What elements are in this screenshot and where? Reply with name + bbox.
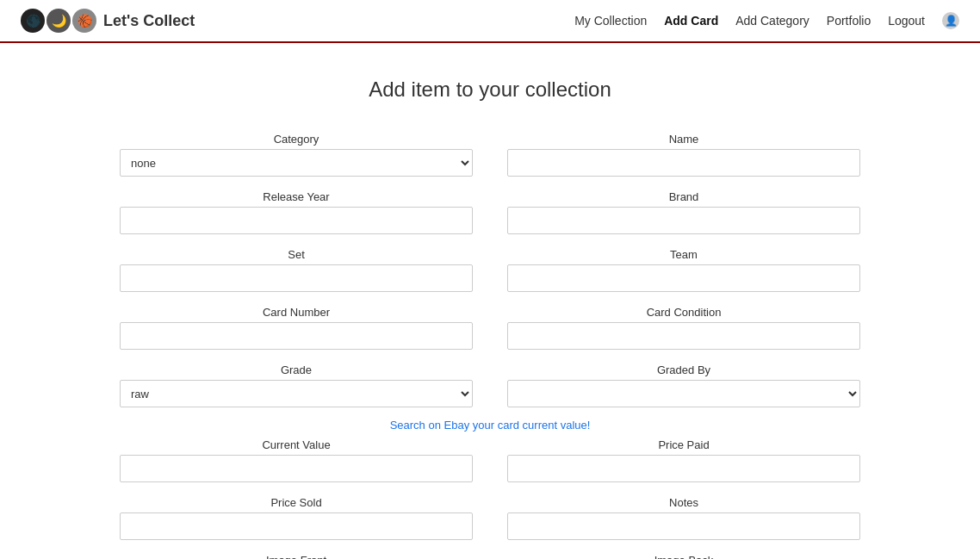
page-title: Add item to your collection	[120, 78, 860, 102]
add-card-form: Category none Name Release Year Brand Se…	[120, 133, 860, 559]
release-year-field: Release Year	[120, 190, 473, 234]
brand-input[interactable]	[507, 207, 860, 234]
navbar: 🌑 🌙 🏀 Let's Collect My Collection Add Ca…	[0, 0, 980, 43]
team-input[interactable]	[507, 264, 860, 292]
logo-icon-1: 🌑	[21, 9, 45, 33]
release-year-label: Release Year	[120, 190, 473, 203]
set-label: Set	[120, 248, 473, 261]
card-number-field: Card Number	[120, 306, 473, 350]
set-field: Set	[120, 248, 473, 292]
ebay-link-row: Search on Ebay your card current value!	[120, 418, 860, 432]
image-front-label: Image Front	[120, 554, 473, 559]
name-input[interactable]	[507, 149, 860, 177]
name-field: Name	[507, 133, 860, 177]
grade-select[interactable]: raw graded	[120, 380, 473, 407]
price-sold-field: Price Sold	[120, 496, 473, 540]
ebay-link[interactable]: Search on Ebay your card current value!	[390, 419, 591, 432]
set-input[interactable]	[120, 264, 473, 292]
notes-input[interactable]	[507, 512, 860, 540]
logo-icon-3: 🏀	[72, 9, 96, 33]
card-condition-label: Card Condition	[507, 306, 860, 319]
category-field: Category none	[120, 133, 473, 177]
graded-by-field: Graded By	[507, 363, 860, 407]
notes-field: Notes	[507, 496, 860, 540]
price-sold-label: Price Sold	[120, 496, 473, 509]
nav-add-card[interactable]: Add Card	[664, 14, 718, 28]
brand-name: Let's Collect	[103, 12, 195, 30]
price-paid-input[interactable]	[507, 455, 860, 482]
image-back-field: Image Back	[507, 554, 860, 559]
price-paid-label: Price Paid	[507, 438, 860, 451]
card-condition-field: Card Condition	[507, 306, 860, 350]
brand-label: Brand	[507, 190, 860, 203]
logo-icon-2: 🌙	[47, 9, 71, 33]
price-paid-field: Price Paid	[507, 438, 860, 482]
category-select[interactable]: none	[120, 149, 473, 177]
main-content: Add item to your collection Category non…	[102, 43, 878, 559]
user-icon[interactable]: 👤	[942, 12, 959, 29]
nav-my-collection[interactable]: My Collection	[574, 14, 647, 28]
graded-by-label: Graded By	[507, 363, 860, 376]
card-number-label: Card Number	[120, 306, 473, 319]
current-value-input[interactable]	[120, 455, 473, 482]
release-year-input[interactable]	[120, 207, 473, 234]
grade-field: Grade raw graded	[120, 363, 473, 407]
price-sold-input[interactable]	[120, 512, 473, 540]
nav-links: My Collection Add Card Add Category Port…	[574, 12, 959, 29]
current-value-field: Current Value	[120, 438, 473, 482]
nav-portfolio[interactable]: Portfolio	[827, 14, 871, 28]
card-condition-input[interactable]	[507, 322, 860, 350]
notes-label: Notes	[507, 496, 860, 509]
brand: 🌑 🌙 🏀 Let's Collect	[21, 9, 195, 33]
current-value-label: Current Value	[120, 438, 473, 451]
card-number-input[interactable]	[120, 322, 473, 350]
grade-label: Grade	[120, 363, 473, 376]
nav-logout[interactable]: Logout	[888, 14, 925, 28]
team-field: Team	[507, 248, 860, 292]
image-front-field: Image Front	[120, 554, 473, 559]
name-label: Name	[507, 133, 860, 146]
graded-by-select[interactable]	[507, 380, 860, 407]
image-back-label: Image Back	[507, 554, 860, 559]
category-label: Category	[120, 133, 473, 146]
team-label: Team	[507, 248, 860, 261]
logo-icons: 🌑 🌙 🏀	[21, 9, 96, 33]
brand-field: Brand	[507, 190, 860, 234]
nav-add-category[interactable]: Add Category	[735, 14, 809, 28]
